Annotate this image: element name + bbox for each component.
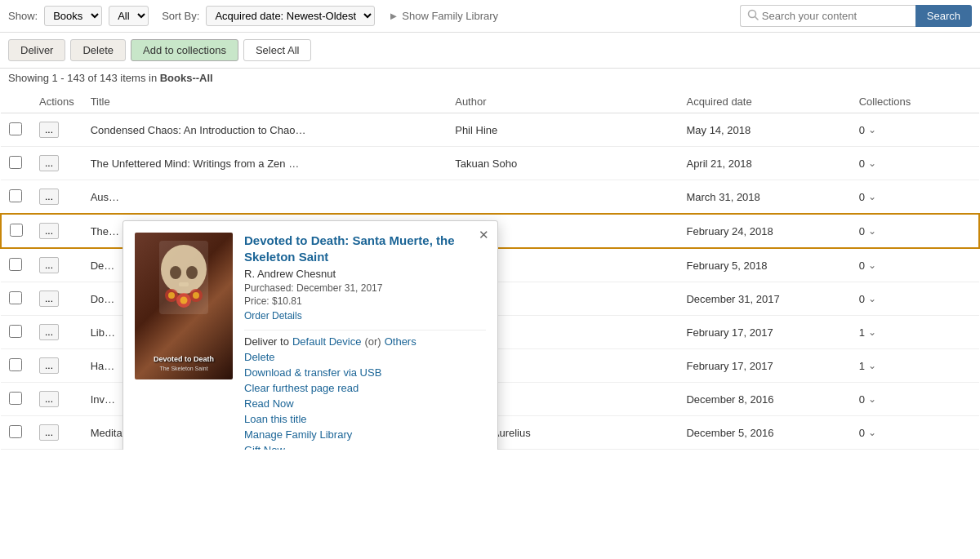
popup-inner: Devoted to Death The Skeleton Saint Devo… [135,233,486,450]
row-actions-btn-3[interactable]: ... [39,223,59,239]
row-checkbox-2[interactable] [9,189,22,202]
search-input-wrap [740,5,915,27]
row-checkbox-cell-9 [1,416,31,450]
deliver-button[interactable]: Deliver [8,39,65,61]
popup-action-read-now[interactable]: Read Now [244,397,486,410]
svg-point-4 [186,266,198,279]
family-lib-link[interactable]: ► Show Family Library [388,10,498,22]
top-bar: Show: Books All All Sort By: Acquired da… [0,0,980,33]
item-count-text: Showing 1 - 143 of 143 items in [8,72,160,84]
row-collections-cell-1: 0 ⌄ [851,147,979,180]
row-date-cell-3: February 24, 2018 [678,214,850,248]
chevron-down-icon: ⌄ [868,124,876,135]
sort-label: Sort By: [162,10,199,22]
row-actions-btn-4[interactable]: ... [39,257,59,273]
popup-action-clear[interactable]: Clear furthest page read [244,382,486,394]
row-actions-btn-9[interactable]: ... [39,424,59,441]
col-title: Title [82,91,448,113]
delete-button[interactable]: Delete [70,39,126,61]
row-collections-val-1[interactable]: 0 ⌄ [859,157,971,170]
popup-action-gift[interactable]: Gift Now [244,444,486,450]
row-collections-val-8[interactable]: 0 ⌄ [859,393,971,406]
row-checkbox-cell-5 [1,282,31,316]
cover-sub-text: The Skeleton Saint [135,366,233,371]
row-collections-cell-4: 0 ⌄ [851,248,979,282]
row-actions-cell-8: ... [31,383,82,416]
popup-overlay: ✕ Devoted to Dea [122,220,498,450]
popup-order-details-link[interactable]: Order Details [244,310,486,322]
popup-action-delete[interactable]: Delete [244,351,486,363]
row-actions-btn-0[interactable]: ... [39,122,59,138]
row-collections-cell-5: 0 ⌄ [851,282,979,316]
popup-cover: Devoted to Death The Skeleton Saint [135,233,233,379]
table-row: ... Aus… March 31, 2018 0 ⌄ [1,180,979,215]
deliver-label: Deliver to [244,335,289,348]
default-device-link[interactable]: Default Device [292,335,362,348]
filter-select[interactable]: All [109,6,149,26]
row-author-cell-1: Takuan Soho [447,147,678,180]
svg-point-9 [168,292,175,299]
row-collections-val-7[interactable]: 1 ⌄ [859,360,971,372]
chevron-down-icon: ⌄ [868,393,876,405]
others-link[interactable]: Others [385,335,416,348]
show-label: Show: [8,10,38,22]
chevron-down-icon: ⌄ [868,326,876,338]
select-all-button[interactable]: Select All [243,39,311,61]
row-date-cell-6: February 17, 2017 [678,316,850,349]
row-collections-val-6[interactable]: 1 ⌄ [859,326,971,339]
row-collections-val-4[interactable]: 0 ⌄ [859,260,971,272]
add-to-collections-button[interactable]: Add to collections [131,39,238,61]
row-collections-cell-8: 0 ⌄ [851,383,979,416]
row-actions-cell-3: ... [31,214,82,248]
row-collections-val-3[interactable]: 0 ⌄ [859,225,970,237]
row-checkbox-4[interactable] [9,258,22,271]
popup-action-download[interactable]: Download & transfer via USB [244,366,486,379]
row-checkbox-cell-6 [1,316,31,349]
popup-close-button[interactable]: ✕ [479,228,489,242]
popup-action-manage[interactable]: Manage Family Library [244,428,486,441]
row-collections-val-5[interactable]: 0 ⌄ [859,293,971,305]
row-actions-btn-8[interactable]: ... [39,391,59,407]
chevron-down-icon: ⌄ [868,225,876,237]
row-collections-val-9[interactable]: 0 ⌄ [859,427,971,439]
col-date: Acquired date [678,91,850,113]
row-actions-btn-7[interactable]: ... [39,357,59,374]
row-checkbox-3[interactable] [10,224,23,237]
sort-select[interactable]: Acquired date: Newest-Oldest [206,6,375,26]
row-actions-cell-7: ... [31,349,82,383]
row-date-cell-0: May 14, 2018 [678,113,850,147]
row-actions-cell-4: ... [31,248,82,282]
row-checkbox-8[interactable] [9,392,22,405]
row-collections-val-2[interactable]: 0 ⌄ [859,191,971,203]
row-checkbox-0[interactable] [9,122,22,135]
row-collections-val-0[interactable]: 0 ⌄ [859,124,971,136]
row-date-cell-2: March 31, 2018 [678,180,850,215]
row-date-cell-8: December 8, 2016 [678,383,850,416]
row-actions-btn-2[interactable]: ... [39,189,59,205]
search-icon [747,9,759,23]
family-lib-label: Show Family Library [402,10,498,22]
popup-author: R. Andrew Chesnut [244,268,486,280]
col-author: Author [447,91,678,113]
row-checkbox-cell-4 [1,248,31,282]
row-checkbox-1[interactable] [9,156,22,169]
row-checkbox-7[interactable] [9,358,22,371]
row-actions-btn-1[interactable]: ... [39,155,59,171]
show-select[interactable]: Books All [44,6,102,26]
popup-action-loan[interactable]: Loan this title [244,413,486,425]
row-checkbox-9[interactable] [9,425,22,438]
search-input[interactable] [762,10,909,22]
chevron-down-icon: ⌄ [868,260,876,271]
table-row: ... The Unfettered Mind: Writings from a… [1,147,979,180]
search-button[interactable]: Search [915,5,972,27]
row-checkbox-5[interactable] [9,291,22,304]
row-actions-btn-5[interactable]: ... [39,291,59,307]
popup-price: Price: $10.81 [244,295,486,307]
row-checkbox-6[interactable] [9,325,22,338]
row-collections-cell-0: 0 ⌄ [851,113,979,147]
row-actions-cell-2: ... [31,180,82,215]
row-actions-btn-6[interactable]: ... [39,324,59,340]
chevron-down-icon: ⌄ [868,427,876,438]
row-actions-cell-1: ... [31,147,82,180]
row-date-cell-5: December 31, 2017 [678,282,850,316]
